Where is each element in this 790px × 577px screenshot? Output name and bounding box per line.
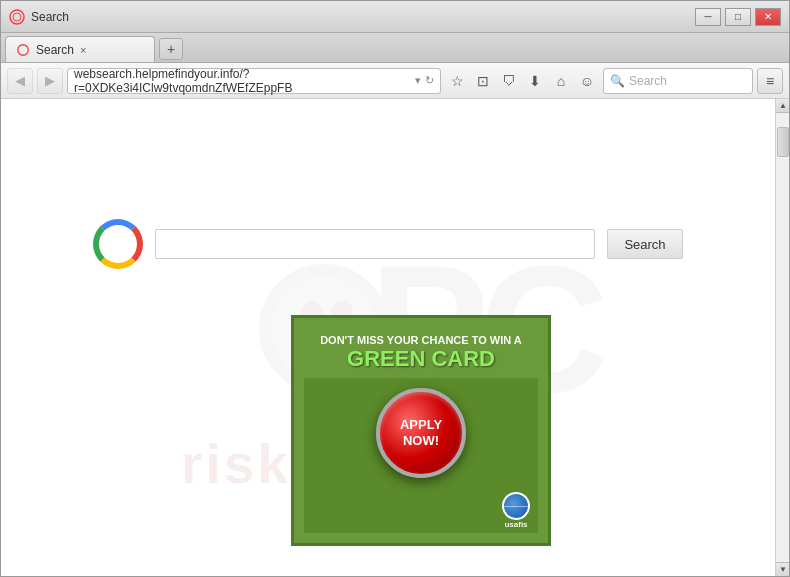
navigation-bar: ◀ ▶ websearch.helpmefindyour.info/?r=0XD…: [1, 63, 789, 99]
apply-now-button[interactable]: APPLY NOW!: [376, 388, 466, 478]
shield-icon[interactable]: ⛉: [497, 68, 521, 94]
minimize-button[interactable]: ─: [695, 8, 721, 26]
star-icon[interactable]: ☆: [445, 68, 469, 94]
usafis-logo: usafis: [502, 492, 530, 529]
ad-banner-top: Don't miss your chance to win a GREEN CA…: [304, 328, 538, 378]
svg-point-2: [18, 44, 29, 55]
scrollbar[interactable]: ▲ ▼: [775, 99, 789, 576]
new-tab-button[interactable]: +: [159, 38, 183, 60]
svg-point-0: [10, 10, 24, 24]
ad-button-container: APPLY NOW!: [304, 378, 538, 488]
ad-top-text: Don't miss your chance to win a: [310, 334, 532, 346]
browser-icon: [9, 9, 25, 25]
maximize-button[interactable]: □: [725, 8, 751, 26]
tab-bar: Search × +: [1, 33, 789, 63]
apply-line1: APPLY: [400, 417, 442, 433]
scrollbar-thumb[interactable]: [777, 127, 789, 157]
close-button[interactable]: ✕: [755, 8, 781, 26]
nav-action-icons: ☆ ⊡ ⛉ ⬇ ⌂ ☺: [445, 68, 599, 94]
search-area: Search: [1, 219, 789, 269]
usafis-globe-icon: [502, 492, 530, 520]
menu-button[interactable]: ≡: [757, 68, 783, 94]
forward-button[interactable]: ▶: [37, 68, 63, 94]
address-bar[interactable]: websearch.helpmefindyour.info/?r=0XDKe3i…: [67, 68, 441, 94]
bookmark-icon[interactable]: ⊡: [471, 68, 495, 94]
window-title: Search: [31, 10, 695, 24]
scrollbar-down-button[interactable]: ▼: [776, 562, 789, 576]
search-input[interactable]: [155, 229, 595, 259]
refresh-icon[interactable]: ↻: [425, 74, 434, 87]
usafis-brand-text: usafis: [504, 520, 527, 529]
tab-close-button[interactable]: ×: [80, 44, 86, 56]
back-button[interactable]: ◀: [7, 68, 33, 94]
logo-spinner: [93, 219, 143, 269]
browser-window: Search ─ □ ✕ Search × + ◀ ▶ websearch.he…: [0, 0, 790, 577]
download-icon[interactable]: ⬇: [523, 68, 547, 94]
dropdown-icon[interactable]: ▾: [415, 74, 421, 87]
search-button[interactable]: Search: [607, 229, 682, 259]
title-bar: Search ─ □ ✕: [1, 1, 789, 33]
browser-search-placeholder: Search: [629, 74, 667, 88]
browser-content: PC risk Search Don't miss your chance to…: [1, 99, 789, 576]
profile-icon[interactable]: ☺: [575, 68, 599, 94]
browser-search-box[interactable]: 🔍 Search: [603, 68, 753, 94]
active-tab[interactable]: Search ×: [5, 36, 155, 62]
ad-footer: usafis: [304, 488, 538, 533]
ad-green-card-text: GREEN CARD: [310, 346, 532, 372]
svg-point-1: [13, 13, 21, 21]
url-text: websearch.helpmefindyour.info/?r=0XDKe3i…: [74, 67, 411, 95]
apply-line2: NOW!: [403, 433, 439, 449]
scrollbar-up-button[interactable]: ▲: [776, 99, 789, 113]
risk-watermark-text: risk: [181, 432, 291, 496]
window-controls: ─ □ ✕: [695, 8, 781, 26]
tab-favicon: [16, 43, 30, 57]
tab-title: Search: [36, 43, 74, 57]
home-icon[interactable]: ⌂: [549, 68, 573, 94]
ad-banner: Don't miss your chance to win a GREEN CA…: [291, 315, 551, 546]
